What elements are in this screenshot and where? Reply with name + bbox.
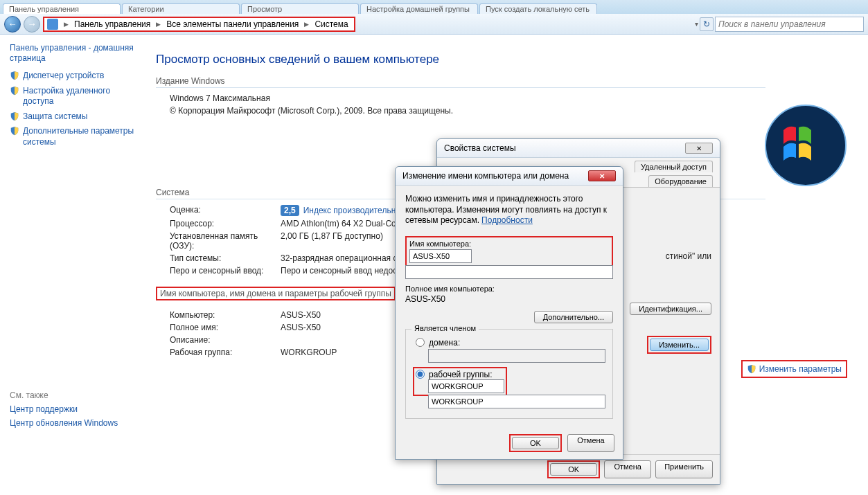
sidebar-home-link[interactable]: Панель управления - домашняя страница: [10, 43, 142, 64]
shield-icon: [747, 364, 756, 374]
workgroup-label: Рабочая группа:: [170, 348, 281, 357]
identify-button[interactable]: Идентификация...: [630, 303, 711, 315]
computer-label: Компьютер:: [170, 310, 281, 320]
domain-radio-label: домена:: [429, 338, 460, 348]
see-also-link-update[interactable]: Центр обновления Windows: [10, 418, 142, 428]
ok-button[interactable]: OK: [550, 463, 597, 476]
sidebar-item-protection[interactable]: Защита системы: [10, 111, 142, 123]
search-input[interactable]: [715, 17, 864, 32]
computer-value: ASUS-X50: [281, 310, 321, 320]
tab-item[interactable]: Пуск создать локальную сеть: [479, 3, 597, 14]
full-name-label: Полное имя компьютера:: [405, 285, 613, 293]
workgroup-input[interactable]: [428, 379, 504, 393]
rating-label: Оценка:: [170, 205, 281, 216]
section-computer-name: Имя компьютера, имя домена и параметры р…: [156, 287, 396, 300]
shield-icon: [10, 86, 19, 96]
nav-bar: ← → ▶ Панель управления ▶ Все элементы п…: [0, 14, 868, 35]
tab-item[interactable]: Настройка домашней группы: [360, 3, 478, 14]
tab-item[interactable]: Категории: [122, 3, 240, 14]
breadcrumb-item[interactable]: Система: [312, 19, 351, 29]
close-button[interactable]: ✕: [588, 170, 616, 181]
dropdown-icon[interactable]: ▾: [695, 20, 698, 28]
workgroup-input-full[interactable]: [428, 395, 605, 408]
sidebar-item-device-manager[interactable]: Диспетчер устройств: [10, 71, 142, 82]
change-params-label: Изменить параметры: [759, 364, 842, 374]
tab-item[interactable]: Просмотр: [241, 3, 359, 14]
member-legend: Является членом: [411, 324, 479, 332]
cpu-label: Процессор:: [170, 219, 281, 228]
cpu-value: AMD Athlon(tm) 64 X2 Dual-Core: [281, 219, 403, 228]
copyright: © Корпорация Майкрософт (Microsoft Corp.…: [170, 106, 854, 116]
tab-hardware[interactable]: Оборудование: [648, 175, 713, 187]
chevron-right-icon: ▶: [153, 21, 163, 28]
domain-input: [428, 349, 605, 363]
forward-button[interactable]: →: [24, 16, 40, 33]
ram-label: Установленная память (ОЗУ):: [170, 231, 281, 251]
ok-button[interactable]: OK: [512, 437, 559, 449]
tab-remote[interactable]: Удаленный доступ: [635, 161, 713, 172]
domain-radio[interactable]: [416, 338, 425, 347]
sidebar-item-label: Диспетчер устройств: [23, 71, 104, 82]
workgroup-radio[interactable]: [416, 370, 425, 379]
full-name-value: ASUS-X50: [405, 294, 613, 304]
more-button[interactable]: Дополнительно...: [534, 311, 613, 323]
details-link[interactable]: Подробности: [481, 215, 533, 225]
chevron-right-icon: ▶: [61, 21, 71, 28]
computer-name-input-full[interactable]: [405, 265, 613, 279]
back-button[interactable]: ←: [4, 16, 21, 33]
computer-name-label: Имя компьютера:: [409, 240, 609, 248]
apply-button[interactable]: Применить: [655, 460, 713, 478]
breadcrumb: ▶ Панель управления ▶ Все элементы панел…: [43, 17, 355, 32]
sidebar-item-advanced[interactable]: Дополнительные параметры системы: [10, 126, 142, 147]
dialog-description: Можно изменить имя и принадлежность этог…: [405, 194, 613, 226]
fullname-label: Полное имя:: [170, 323, 281, 332]
cancel-button[interactable]: Отмена: [567, 434, 614, 452]
workgroup-radio-label: рабочей группы:: [429, 370, 492, 379]
member-of-group: Является членом домена: рабочей группы:: [405, 329, 613, 419]
desc-label: Описание:: [170, 335, 281, 345]
ram-value: 2,00 ГБ (1,87 ГБ доступно): [281, 231, 383, 251]
page-title: Просмотр основных сведений о вашем компь…: [156, 53, 854, 66]
breadcrumb-item[interactable]: Панель управления: [71, 19, 153, 29]
shield-icon: [10, 111, 19, 121]
dialog-title: Изменение имени компьютера или домена ✕: [396, 167, 623, 186]
sidebar-item-label: Дополнительные параметры системы: [23, 126, 142, 147]
sidebar-item-label: Настройка удаленного доступа: [23, 86, 142, 107]
sidebar: Панель управления - домашняя страница Ди…: [0, 35, 149, 495]
change-params-link[interactable]: Изменить параметры: [741, 360, 847, 378]
dialog-title: Свойства системы ✕: [437, 139, 720, 158]
cancel-button[interactable]: Отмена: [604, 460, 651, 478]
windows-logo-icon: [764, 104, 847, 187]
pen-label: Перо и сенсорный ввод:: [170, 266, 281, 276]
chevron-right-icon: ▶: [301, 21, 312, 28]
control-panel-icon: [47, 19, 58, 30]
rename-computer-dialog: Изменение имени компьютера или домена ✕ …: [395, 166, 623, 460]
edition-value: Windows 7 Максимальная: [170, 93, 854, 103]
tab-item[interactable]: Панель управления: [3, 3, 121, 14]
section-edition: Издание Windows: [156, 76, 765, 88]
shield-icon: [10, 126, 19, 136]
rating-badge: 2,5: [281, 205, 299, 216]
close-button[interactable]: ✕: [685, 143, 713, 154]
fullname-value: ASUS-X50: [281, 323, 321, 332]
shield-icon: [10, 71, 19, 80]
sidebar-item-label: Защита системы: [23, 111, 87, 123]
refresh-button[interactable]: ↻: [700, 17, 714, 31]
change-button[interactable]: Изменить...: [650, 339, 709, 351]
see-also-heading: См. также: [10, 390, 142, 400]
browser-tabs: Панель управления Категории Просмотр Нас…: [0, 0, 868, 14]
computer-name-input[interactable]: [409, 249, 472, 263]
systype-label: Тип системы:: [170, 253, 281, 263]
breadcrumb-item[interactable]: Все элементы панели управления: [163, 19, 301, 29]
see-also-link-support[interactable]: Центр поддержки: [10, 404, 142, 414]
sidebar-item-remote[interactable]: Настройка удаленного доступа: [10, 86, 142, 107]
workgroup-value: WORKGROUP: [281, 348, 337, 357]
